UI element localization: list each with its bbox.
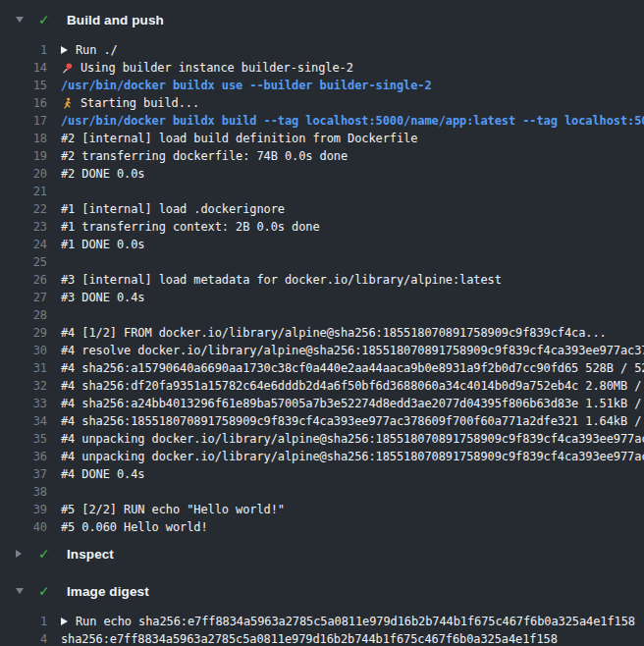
line-text: #4 unpacking docker.io/library/alpine@sh… [61, 430, 644, 448]
line-content: #2 transferring dockerfile: 74B 0.0s don… [61, 147, 348, 165]
line-content: Starting build... [61, 94, 199, 112]
line-content: #4 unpacking docker.io/library/alpine@sh… [61, 430, 644, 448]
line-number[interactable]: 24 [0, 236, 47, 253]
section-body-image-digest: 1Run echo sha256:e7ff8834a5963a2785c5a08… [0, 613, 644, 646]
line-content: #5 [2/2] RUN echo "Hello world!" [61, 501, 285, 518]
line-number[interactable]: 21 [0, 183, 47, 200]
chevron-down-icon[interactable] [16, 17, 29, 23]
line-number[interactable]: 31 [0, 359, 47, 377]
line-content: #4 DONE 0.4s [61, 465, 145, 483]
line-text: #4 resolve docker.io/library/alpine@sha2… [61, 342, 644, 359]
line-content: /usr/bin/docker buildx use --builder bui… [61, 77, 432, 94]
line-number[interactable]: 1 [0, 41, 47, 59]
log-line: 21 [0, 183, 644, 200]
log-line: 32#4 sha256:df20fa9351a15782c64e6dddb2d4… [0, 377, 644, 395]
log-line: 16Starting build... [0, 94, 644, 112]
chevron-down-icon[interactable] [16, 588, 29, 594]
section-title: Inspect [67, 547, 114, 562]
line-number[interactable]: 28 [0, 306, 47, 324]
line-text: #5 [2/2] RUN echo "Hello world!" [61, 501, 285, 518]
section-header-inspect[interactable]: ✓Inspect [0, 542, 644, 565]
line-content: #4 sha256:a15790640a6690aa1730c38cf0a440… [61, 359, 644, 377]
line-number[interactable]: 14 [0, 59, 47, 77]
runner-icon [61, 97, 74, 110]
line-content: #5 0.060 Hello world! [61, 518, 208, 536]
line-content: sha256:e7ff8834a5963a2785c5a0811e979d16b… [61, 630, 558, 646]
chevron-triangle [16, 550, 22, 558]
line-content: #3 DONE 0.4s [61, 289, 145, 306]
line-number[interactable]: 20 [0, 165, 47, 183]
log-line: 33#4 sha256:a24bb4013296f61e89ba57005a7b… [0, 395, 644, 412]
log-line: 31#4 sha256:a15790640a6690aa1730c38cf0a4… [0, 359, 644, 377]
play-icon[interactable] [61, 46, 68, 54]
section-body-build-and-push: 1Run ./14Using builder instance builder-… [0, 41, 644, 536]
line-number[interactable]: 34 [0, 412, 47, 430]
line-number[interactable]: 19 [0, 147, 47, 165]
chevron-triangle [16, 17, 24, 23]
line-number[interactable]: 29 [0, 324, 47, 342]
line-number[interactable]: 36 [0, 448, 47, 465]
log-line: 39#5 [2/2] RUN echo "Hello world!" [0, 501, 644, 518]
log-line: 20#2 DONE 0.0s [0, 165, 644, 183]
line-number[interactable]: 17 [0, 112, 47, 130]
line-number[interactable]: 27 [0, 289, 47, 306]
line-text: #4 unpacking docker.io/library/alpine@sh… [61, 448, 644, 465]
log-line: 27#3 DONE 0.4s [0, 289, 644, 306]
line-content: #4 [1/2] FROM docker.io/library/alpine@s… [61, 324, 607, 342]
play-icon[interactable] [61, 618, 68, 625]
line-number[interactable]: 38 [0, 483, 47, 501]
line-number[interactable]: 22 [0, 200, 47, 218]
line-number[interactable]: 15 [0, 77, 47, 94]
line-text: #3 DONE 0.4s [61, 289, 145, 306]
line-text: #4 sha256:a15790640a6690aa1730c38cf0a440… [61, 359, 644, 377]
line-content: Run echo sha256:e7ff8834a5963a2785c5a081… [61, 613, 635, 630]
line-text: #1 transferring context: 2B 0.0s done [61, 218, 320, 236]
section-header-build-and-push[interactable]: ✓Build and push [0, 8, 644, 31]
chevron-right-icon[interactable] [16, 550, 29, 558]
line-content: #2 [internal] load build definition from… [61, 130, 417, 147]
line-text: /usr/bin/docker buildx build --tag local… [61, 112, 644, 130]
line-content: #1 DONE 0.0s [61, 236, 145, 253]
log-line: 38 [0, 483, 644, 501]
line-number[interactable]: 18 [0, 130, 47, 147]
line-text: Starting build... [80, 94, 199, 112]
line-content: #4 unpacking docker.io/library/alpine@sh… [61, 448, 644, 465]
log-line: 37#4 DONE 0.4s [0, 465, 644, 483]
line-number[interactable]: 16 [0, 94, 47, 112]
line-text: sha256:e7ff8834a5963a2785c5a0811e979d16b… [61, 630, 558, 646]
line-text: /usr/bin/docker buildx use --builder bui… [61, 77, 432, 94]
log-line: 30#4 resolve docker.io/library/alpine@sh… [0, 342, 644, 359]
line-content: #4 resolve docker.io/library/alpine@sha2… [61, 342, 644, 359]
check-icon: ✓ [38, 542, 56, 565]
section-header-image-digest[interactable]: ✓Image digest [0, 579, 644, 603]
log-line: 4sha256:e7ff8834a5963a2785c5a0811e979d16… [0, 630, 644, 646]
line-number[interactable]: 1 [0, 613, 47, 630]
log-line: 1Run ./ [0, 41, 644, 59]
line-content: #4 sha256:df20fa9351a15782c64e6dddb2d4a6… [61, 377, 644, 395]
log-line: 24#1 DONE 0.0s [0, 236, 644, 253]
log-line: 25 [0, 253, 644, 271]
log-line: 36#4 unpacking docker.io/library/alpine@… [0, 448, 644, 465]
line-number[interactable]: 35 [0, 430, 47, 448]
line-number[interactable]: 32 [0, 377, 47, 395]
line-number[interactable]: 23 [0, 218, 47, 236]
line-text: #4 sha256:df20fa9351a15782c64e6dddb2d4a6… [61, 377, 644, 395]
line-content: /usr/bin/docker buildx build --tag local… [61, 112, 644, 130]
line-number[interactable]: 4 [0, 630, 47, 646]
log-line: 29#4 [1/2] FROM docker.io/library/alpine… [0, 324, 644, 342]
line-number[interactable]: 37 [0, 465, 47, 483]
log-line: 22#1 [internal] load .dockerignore [0, 200, 644, 218]
line-number[interactable]: 40 [0, 518, 47, 536]
line-number[interactable]: 30 [0, 342, 47, 359]
line-text: #4 sha256:a24bb4013296f61e89ba57005a7b3e… [61, 395, 644, 412]
line-number[interactable]: 26 [0, 271, 47, 289]
line-text: #2 transferring dockerfile: 74B 0.0s don… [61, 147, 348, 165]
line-text: #4 DONE 0.4s [61, 465, 145, 483]
line-content: #2 DONE 0.0s [61, 165, 145, 183]
line-text: #5 0.060 Hello world! [61, 518, 208, 536]
line-number[interactable]: 39 [0, 501, 47, 518]
line-text: Using builder instance builder-single-2 [80, 59, 353, 77]
line-number[interactable]: 25 [0, 253, 47, 271]
line-number[interactable]: 33 [0, 395, 47, 412]
line-content: #3 [internal] load metadata for docker.i… [61, 271, 502, 289]
